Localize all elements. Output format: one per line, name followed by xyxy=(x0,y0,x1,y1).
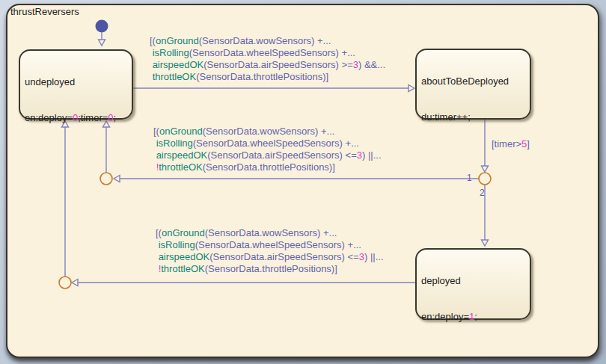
transition-deploy-arrowhead-icon xyxy=(408,85,414,92)
transition-label-undeploy-condition[interactable]: [(onGround(SensorData.wowSensors) +... i… xyxy=(156,227,384,275)
state-action: du:timer++; xyxy=(421,111,525,123)
initial-state-dot[interactable] xyxy=(96,20,108,33)
transition-timer-arrowhead-icon xyxy=(482,166,489,172)
junction-middle-left[interactable] xyxy=(100,173,112,185)
junction-branch-order-2: 2 xyxy=(480,188,485,197)
transition-label-abort-condition[interactable]: [(onGround(SensorData.wowSensors) +... i… xyxy=(153,126,382,173)
stateflow-canvas: thrustReversers xyxy=(0,0,606,364)
transition-to-deployed-arrowhead-icon xyxy=(482,240,489,246)
state-deployed[interactable]: deployed en:deploy=1; xyxy=(415,248,531,320)
transition-label-deploy-condition[interactable]: [(onGround(SensorData.wowSensors) +... i… xyxy=(150,35,385,83)
state-action: en:deploy=1; xyxy=(421,311,525,323)
junction-branch-order-1: 1 xyxy=(467,173,472,182)
junction-right[interactable] xyxy=(479,173,491,185)
state-action: en:deploy=0;timer=0; xyxy=(25,112,127,124)
transition-undeploy-arrowhead-icon xyxy=(72,280,78,286)
state-undeployed[interactable]: undeployed en:deploy=0;timer=0; xyxy=(19,49,133,120)
transition-label-timer-condition[interactable]: [timer>5] xyxy=(492,138,530,150)
state-name: aboutToBeDeployed xyxy=(421,75,525,87)
state-name: deployed xyxy=(421,275,525,287)
transition-abort-arrowhead-icon xyxy=(114,176,120,182)
state-name: undeployed xyxy=(25,76,127,88)
junction-bottom-left[interactable] xyxy=(59,277,71,289)
state-about-to-be-deployed[interactable]: aboutToBeDeployed du:timer++; xyxy=(415,49,531,120)
initial-transition-arrowhead-icon xyxy=(99,40,105,46)
